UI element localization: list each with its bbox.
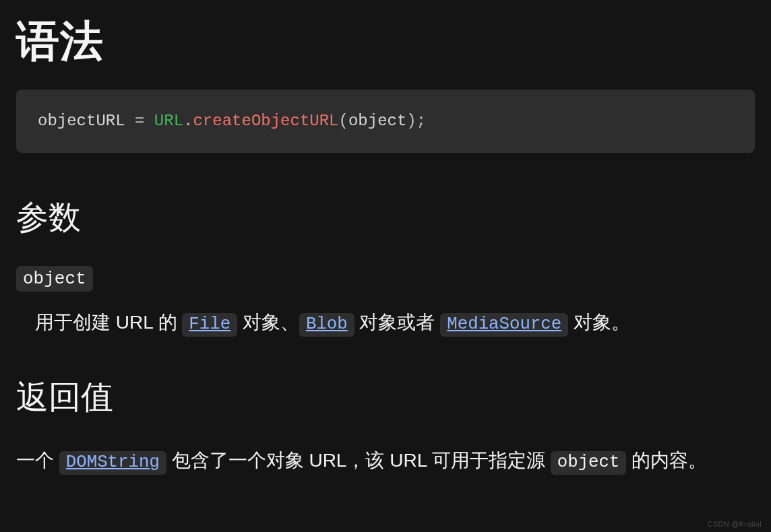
file-link[interactable]: File	[182, 313, 237, 337]
parameters-heading: 参数	[16, 196, 755, 239]
syntax-heading: 语法	[16, 12, 755, 71]
param-desc-text: 对象、	[237, 312, 299, 333]
code-token-class: URL	[154, 112, 183, 130]
code-token-open-paren: (	[339, 112, 348, 130]
param-object-description: 用于创建 URL 的 File 对象、Blob 对象或者 MediaSource…	[16, 308, 755, 338]
syntax-code-block: objectURL = URL.createObjectURL(object);	[16, 90, 755, 153]
mediasource-link[interactable]: MediaSource	[440, 313, 568, 337]
code-token-var: objectURL	[38, 112, 125, 130]
blob-link[interactable]: Blob	[299, 313, 354, 337]
param-desc-text: 对象或者	[354, 312, 441, 333]
param-object-name: object	[16, 266, 93, 292]
return-value-description: 一个 DOMString 包含了一个对象 URL，该 URL 可用于指定源 ob…	[16, 446, 755, 476]
code-token-method: createObjectURL	[193, 112, 338, 130]
inline-code-object: object	[551, 451, 627, 475]
return-desc-text: 一个	[16, 450, 59, 471]
domstring-link[interactable]: DOMString	[59, 451, 166, 475]
return-desc-text: 包含了一个对象 URL，该 URL 可用于指定源	[166, 450, 551, 471]
code-token-close-paren: )	[406, 112, 416, 130]
code-token-param: object	[348, 112, 406, 130]
code-token-equals: =	[125, 112, 154, 130]
return-desc-text: 的内容。	[626, 450, 707, 471]
param-desc-text: 用于创建 URL 的	[35, 312, 182, 333]
watermark-text: CSDN @Kratial	[708, 520, 762, 528]
code-token-dot: .	[183, 112, 193, 130]
return-value-heading: 返回值	[16, 376, 755, 419]
param-desc-text: 对象。	[568, 312, 630, 333]
code-token-semicolon: ;	[417, 112, 426, 130]
